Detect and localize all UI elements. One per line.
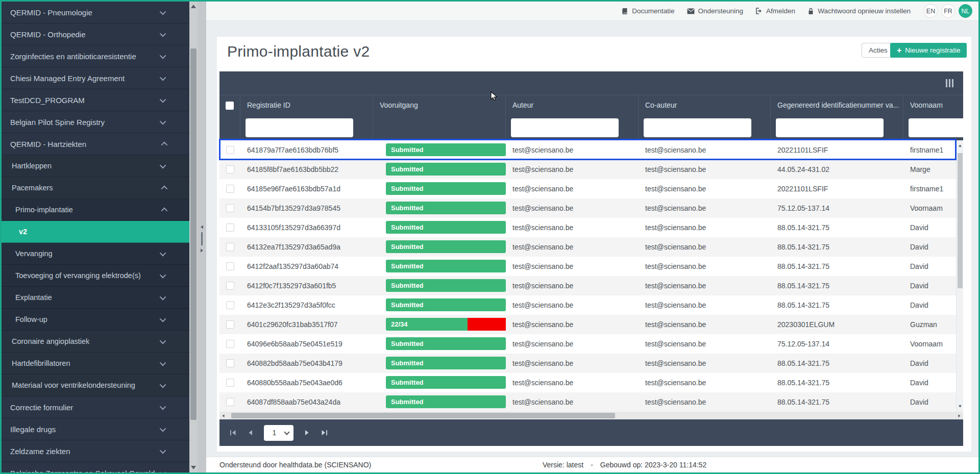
topbar-link-ondersteuning[interactable]: Ondersteuning xyxy=(687,7,744,15)
table-horizontal-scrollbar[interactable] xyxy=(219,412,963,419)
scroll-up-icon[interactable] xyxy=(191,5,196,8)
row-checkbox[interactable] xyxy=(226,320,234,329)
table-row[interactable]: 6412e3c2f135297d3a5f0fcc Submitted test@… xyxy=(219,295,956,315)
row-checkbox[interactable] xyxy=(226,379,234,387)
sidebar-item-materiaal-voor-ventrikelondersteuning[interactable]: Materiaal voor ventrikelondersteuning xyxy=(2,375,189,396)
table-row[interactable]: 6401c29620fc31bab3517f07 22/34 test@scie… xyxy=(219,315,956,334)
scroll-right-icon[interactable] xyxy=(958,414,960,417)
first-page-button[interactable] xyxy=(230,430,236,436)
sidebar-item-correctie-formulier[interactable]: Correctie formulier xyxy=(2,396,189,418)
row-checkbox[interactable] xyxy=(226,223,234,232)
last-page-button[interactable] xyxy=(321,430,328,436)
table-row[interactable]: 64096e6b58aab75e0451e519 Submitted test@… xyxy=(219,334,956,354)
sidebar-item-zorginfecties-en-antibioticaresistentie[interactable]: Zorginfecties en antibioticaresistentie xyxy=(2,45,189,67)
column-header-gegenereerd-identificatienummer-va[interactable]: Gegenereerd identificatienummer va... xyxy=(771,95,903,115)
row-checkbox[interactable] xyxy=(226,146,234,154)
filter-input-voornaam[interactable] xyxy=(909,118,963,137)
sidebar-item-testdcd-program[interactable]: TestDCD_PROGRAM xyxy=(2,89,189,111)
filter-input-registratie-id[interactable] xyxy=(246,118,353,137)
chevron-icon xyxy=(160,96,166,103)
filter-input-gegenereerd-identificatienummer-va[interactable] xyxy=(776,118,884,137)
scroll-left-icon[interactable] xyxy=(222,414,224,417)
filter-input-co-auteur[interactable] xyxy=(644,118,751,137)
scroll-down-icon[interactable] xyxy=(959,405,962,407)
row-checkbox[interactable] xyxy=(226,262,234,270)
table-row[interactable]: 64185f8bf7ae6163bdb5bb22 Submitted test@… xyxy=(219,160,956,179)
sidebar-scrollbar-thumb[interactable] xyxy=(190,48,197,420)
scroll-down-icon[interactable] xyxy=(191,466,196,469)
row-checkbox[interactable] xyxy=(226,165,234,173)
progress-label: Submitted xyxy=(386,163,506,176)
sidebar-item-v2[interactable]: v2 xyxy=(2,221,189,243)
table-row[interactable]: 64087df858aab75e043a24da Submitted test@… xyxy=(219,392,956,412)
splitter-grip[interactable] xyxy=(201,232,203,245)
sidebar-item-zeldzame-ziekten[interactable]: Zeldzame ziekten xyxy=(2,440,189,462)
sidebar-item-coronaire-angioplastiek[interactable]: Coronaire angioplastiek xyxy=(2,331,189,353)
select-all-checkbox[interactable] xyxy=(226,102,234,110)
row-checkbox[interactable] xyxy=(226,340,234,348)
table-row-selected[interactable]: 641879a7f7ae6163bdb76bf5 Submitted test@… xyxy=(219,140,956,160)
page-select[interactable]: 1 xyxy=(264,425,293,441)
collapse-right-icon[interactable] xyxy=(201,249,203,253)
table-row[interactable]: 6412f0c7f135297d3a601fb5 Submitted test@… xyxy=(219,276,956,295)
row-checkbox[interactable] xyxy=(226,243,234,251)
filter-input-auteur[interactable] xyxy=(511,118,619,137)
cell-coauthor: test@sciensano.be xyxy=(639,334,771,354)
sidebar-item-qermid-hartziekten[interactable]: QERMID - Hartziekten xyxy=(2,133,189,155)
sidebar-item-pacemakers[interactable]: Pacemakers xyxy=(2,177,189,199)
sidebar-item-hartkleppen[interactable]: Hartkleppen xyxy=(2,155,189,177)
row-checkbox[interactable] xyxy=(226,301,234,309)
table-row[interactable]: 64132ea7f135297d3a65ad9a Submitted test@… xyxy=(219,237,956,257)
row-checkbox[interactable] xyxy=(226,398,234,406)
table-row[interactable]: 64185e96f7ae6163bdb57a1d Submitted test@… xyxy=(219,179,956,198)
sidebar-item-vervanging[interactable]: Vervanging xyxy=(2,243,189,265)
collapse-left-icon[interactable] xyxy=(201,226,203,229)
sidebar-item-qermid-pneumologie[interactable]: QERMID - Pneumologie xyxy=(2,2,189,23)
sidebar-scrollbar[interactable] xyxy=(189,2,198,472)
row-checkbox[interactable] xyxy=(226,185,234,193)
language-button-nl[interactable]: NL xyxy=(959,4,972,18)
cell-coauthor: test@sciensano.be xyxy=(639,354,771,373)
topbar-link-documentatie[interactable]: Documentatie xyxy=(621,7,674,15)
next-page-button[interactable] xyxy=(305,430,310,436)
cell-progress: Submitted xyxy=(373,140,506,160)
sidebar-item-chiesi-managed-entry-agreement[interactable]: Chiesi Managed Entry Agreement xyxy=(2,67,189,89)
table-row[interactable]: 6412f2aaf135297d3a60ab74 Submitted test@… xyxy=(219,257,956,276)
topbar-link-afmelden[interactable]: Afmelden xyxy=(755,7,795,15)
previous-page-button[interactable] xyxy=(248,430,253,436)
panel-resize-handle[interactable] xyxy=(198,2,206,472)
table-hscroll-thumb[interactable] xyxy=(231,413,615,418)
table-vscroll-thumb[interactable] xyxy=(958,153,963,288)
sidebar-item-belgische-zorgcentra-na-seksueel-geweld[interactable]: Belgische Zorgcentra na Seksueel Geweld xyxy=(2,462,189,472)
table-row[interactable]: 640880b558aab75e043ae0d6 Submitted test@… xyxy=(219,373,956,392)
row-checkbox[interactable] xyxy=(226,204,234,212)
table-row[interactable]: 64133105f135297d3a66397d Submitted test@… xyxy=(219,218,956,237)
column-header-vooruitgang[interactable]: Vooruitgang xyxy=(373,95,506,115)
table-row[interactable]: 640882bd58aab75e043b4179 Submitted test@… xyxy=(219,354,956,373)
sidebar-item-illegale-drugs[interactable]: Illegale drugs xyxy=(2,418,189,440)
topbar-link-wachtwoord-opnieuw-instellen[interactable]: Wachtwoord opnieuw instellen xyxy=(807,7,911,15)
row-checkbox[interactable] xyxy=(226,282,234,290)
column-chooser-icon[interactable] xyxy=(946,79,955,87)
table-vertical-scrollbar[interactable] xyxy=(956,140,963,412)
sidebar-item-belgian-pilot-spine-registry[interactable]: Belgian Pilot Spine Registry xyxy=(2,111,189,133)
column-header-co-auteur[interactable]: Co-auteur xyxy=(639,95,771,115)
sidebar-item-primo-implantatie[interactable]: Primo-implantatie xyxy=(2,199,189,221)
column-header-auteur[interactable]: Auteur xyxy=(506,95,639,115)
cell-identifier: 88.05.14-321.75 xyxy=(771,218,903,237)
sidebar-item-qermid-orthopedie[interactable]: QERMID - Orthopedie xyxy=(2,23,189,45)
language-button-en[interactable]: EN xyxy=(924,4,938,18)
table-row[interactable]: 64154b7bf135297d3a978545 Submitted test@… xyxy=(219,198,956,218)
scroll-up-icon[interactable] xyxy=(959,144,962,146)
sidebar-item-follow-up[interactable]: Follow-up xyxy=(2,309,189,331)
new-registration-button[interactable]: + Nieuwe registratie xyxy=(890,43,967,58)
row-checkbox[interactable] xyxy=(226,359,234,367)
sidebar-item-toevoeging-of-vervanging-elektrode-s[interactable]: Toevoeging of vervanging elektrode(s) xyxy=(2,265,189,287)
chevron-icon xyxy=(160,315,166,322)
sidebar-item-explantatie[interactable]: Explantatie xyxy=(2,287,189,309)
sidebar-item-hartdefibrillatoren[interactable]: Hartdefibrillatoren xyxy=(2,353,189,375)
column-header-voornaam[interactable]: Voornaam xyxy=(903,95,963,115)
language-button-fr[interactable]: FR xyxy=(941,4,955,18)
column-header-registratie-id[interactable]: Registratie ID xyxy=(240,95,373,115)
cell-author: test@sciensano.be xyxy=(506,237,639,257)
